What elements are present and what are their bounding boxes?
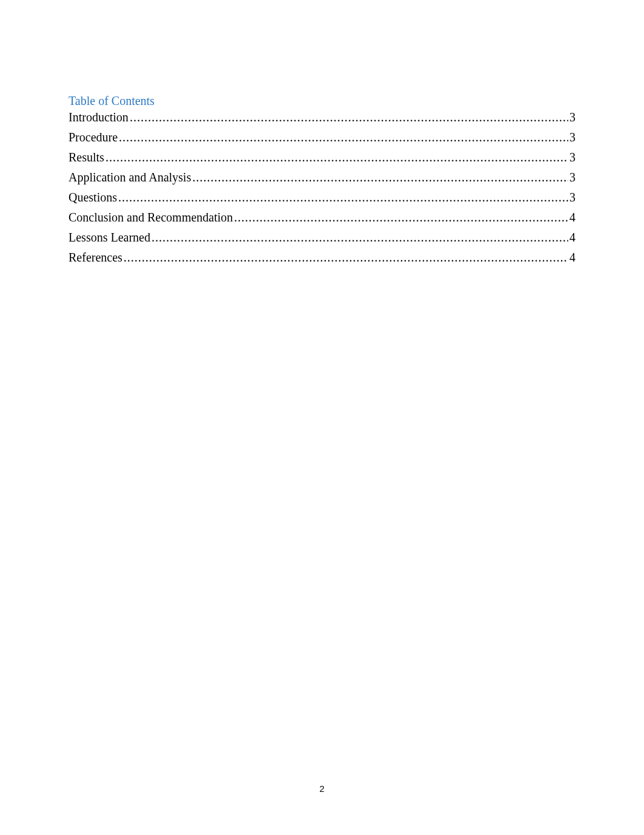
toc-entry-page: 4 bbox=[569, 231, 575, 245]
toc-entry-title: Results bbox=[69, 150, 104, 164]
toc-entry-title: References bbox=[69, 251, 122, 265]
toc-entry[interactable]: Lessons Learned 4 bbox=[69, 231, 575, 245]
toc-entry-page: 3 bbox=[569, 150, 575, 164]
toc-entry[interactable]: Conclusion and Recommendation 4 bbox=[69, 211, 575, 225]
toc-leader-dots bbox=[119, 130, 568, 144]
toc-entry[interactable]: Application and Analysis 3 bbox=[69, 171, 575, 184]
toc-entry-page: 3 bbox=[569, 110, 575, 124]
toc-entry[interactable]: Introduction 3 bbox=[69, 110, 575, 124]
toc-entry-title: Conclusion and Recommendation bbox=[69, 211, 233, 225]
toc-leader-dots bbox=[124, 251, 568, 265]
toc-entry-page: 3 bbox=[569, 191, 575, 205]
toc-heading: Table of Contents bbox=[69, 94, 575, 108]
toc-entry-title: Introduction bbox=[69, 110, 129, 124]
toc-entry-page: 3 bbox=[569, 171, 575, 184]
document-page: Table of Contents Introduction 3 Procedu… bbox=[0, 0, 644, 835]
toc-leader-dots bbox=[106, 150, 568, 164]
toc-entry-title: Lessons Learned bbox=[69, 231, 150, 245]
toc-entry-page: 4 bbox=[569, 211, 575, 225]
toc-leader-dots bbox=[130, 110, 568, 124]
toc-list: Introduction 3 Procedure 3 Results 3 App… bbox=[69, 110, 575, 265]
toc-leader-dots bbox=[152, 231, 568, 245]
page-number: 2 bbox=[0, 783, 644, 794]
toc-leader-dots bbox=[118, 191, 568, 205]
toc-entry-title: Procedure bbox=[69, 130, 118, 144]
toc-entry-title: Application and Analysis bbox=[69, 171, 191, 184]
toc-entry[interactable]: Questions 3 bbox=[69, 191, 575, 205]
toc-entry-page: 3 bbox=[569, 130, 575, 144]
toc-leader-dots bbox=[234, 211, 568, 225]
toc-leader-dots bbox=[192, 171, 568, 184]
toc-entry-page: 4 bbox=[569, 251, 575, 265]
toc-entry[interactable]: Results 3 bbox=[69, 150, 575, 164]
toc-entry[interactable]: Procedure 3 bbox=[69, 130, 575, 144]
toc-entry-title: Questions bbox=[69, 191, 117, 205]
toc-entry[interactable]: References 4 bbox=[69, 251, 575, 265]
